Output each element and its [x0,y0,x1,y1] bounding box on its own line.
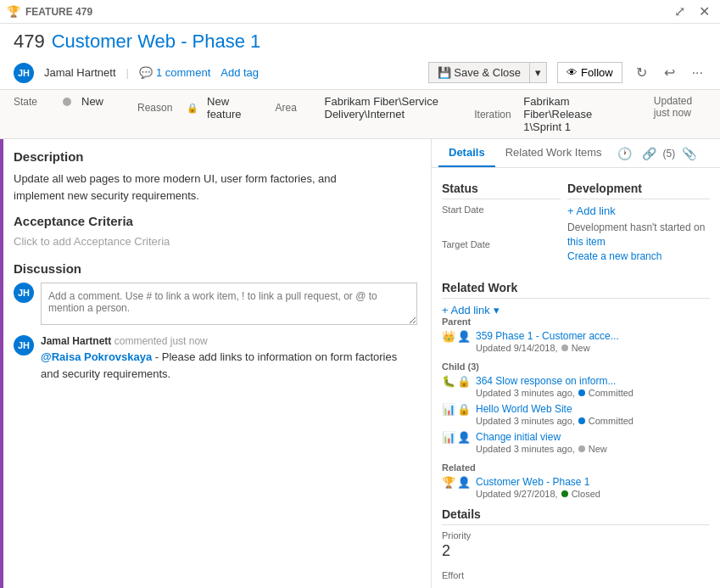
comment-input[interactable] [41,283,417,325]
save-close-button[interactable]: 💾 Save & Close ▾ [428,62,547,83]
child-360-icons: 📊 👤 [442,431,471,444]
comment-text: @Raisa Pokrovskaya - Please add links to… [41,349,417,382]
description-line2: implement new security requirements. [14,189,199,202]
person2-icon: 👤 [457,431,471,444]
reason-value[interactable]: New feature [207,95,241,120]
right-content: Status Start Date Target Date Developmen… [432,168,720,588]
comment-bubble-icon: 💬 [139,66,153,79]
child-item-366: 📊 🔒 Hello World Web Site Updated 3 minut… [442,403,710,426]
comment-link[interactable]: 💬 1 comment [139,66,210,79]
child-364-meta: Updated 3 minutes ago, Committed [476,388,710,398]
description-heading: Description [14,149,417,164]
close-button[interactable]: ✕ [695,2,713,21]
history-icon-btn[interactable]: 🕐 [612,140,637,167]
minimize-button[interactable]: ⤢ [671,2,689,21]
title-bar: 🏆 FEATURE 479 ⤢ ✕ [0,0,720,24]
state-dot [63,98,71,106]
related-add-link-button[interactable]: + Add link ▾ [442,304,500,316]
parent-item-title[interactable]: 359 Phase 1 - Customer acce... [476,330,710,342]
current-user-avatar: JH [14,283,34,303]
area-value[interactable]: Fabrikam Fiber\Service Delivery\Internet [325,95,441,120]
tabs-bar: Details Related Work Items 🕐 🔗 (5) 📎 [432,139,720,168]
mention[interactable]: @Raisa Pokrovskaya [41,350,152,363]
parent-item-meta: Updated 9/14/2018, New [476,343,710,353]
related-section: Related 🏆 👤 Customer Web - Phase 1 Updat… [442,462,710,499]
area-field: Area Fabrikam Fiber\Service Delivery\Int… [276,95,441,120]
development-heading: Development [567,182,710,199]
commenter-avatar: JH [14,335,34,356]
title-bar-right: ⤢ ✕ [671,2,713,21]
right-panel: Details Related Work Items 🕐 🔗 (5) 📎 Sta… [432,139,720,588]
target-date-value[interactable] [442,251,561,264]
acceptance-placeholder[interactable]: Click to add Acceptance Criteria [14,235,417,248]
dev-note-link[interactable]: this item [567,236,606,248]
discussion-heading: Discussion [14,261,417,276]
child-364-title[interactable]: 364 Slow response on inform... [476,375,710,387]
title-bar-text: FEATURE 479 [25,6,92,18]
links-count: (5) [661,144,678,163]
development-section: Development + Add link Development hasn'… [567,175,710,274]
child-366-meta: Updated 3 minutes ago, Committed [476,416,710,426]
comment-body: Jamal Hartnett commented just now @Raisa… [41,335,417,382]
more-options-button[interactable]: ··· [689,62,706,84]
save-close-label: 💾 Save & Close [429,63,529,82]
effort-field: Effort [442,570,710,588]
commenter-name: Jamal Hartnett [41,335,111,347]
crown-icon: 👑 [442,330,455,343]
attachments-icon-btn[interactable]: 📎 [677,140,701,167]
child-366-status-dot [578,417,585,424]
state-field: State New [14,95,103,108]
parent-item-icons: 👑 👤 [442,330,471,343]
work-item-header: 479 Customer Web - Phase 1 [0,24,720,56]
start-date-field: Start Date [442,204,561,229]
links-icon-btn[interactable]: 🔗 [637,140,661,167]
comment-meta: Jamal Hartnett commented just now [41,335,417,347]
chart-icon: 📊 [442,403,455,416]
chart2-icon: 📊 [442,431,455,444]
tab-details[interactable]: Details [438,139,495,167]
status-section: Status Start Date Target Date [442,175,561,274]
related-545-status-dot [561,490,568,497]
refresh-button[interactable]: ↻ [633,61,650,84]
lock2-icon: 🔒 [457,375,471,388]
description-text: Update all web pages to more modern UI, … [14,171,417,204]
acceptance-heading: Acceptance Criteria [14,214,417,228]
undo-button[interactable]: ↩ [661,61,678,84]
effort-value[interactable] [442,582,710,588]
comment-entry: JH Jamal Hartnett commented just now @Ra… [14,335,417,382]
eye-icon: 👁 [567,66,578,79]
tab-related-work-items[interactable]: Related Work Items [495,139,612,167]
child-360-status-dot [578,445,585,452]
lock3-icon: 🔒 [457,403,471,416]
avatar: JH [14,63,34,83]
fields-row: State New Reason 🔒 New feature Area Fabr… [0,90,720,139]
child-section: Child (3) 🐛 🔒 364 Slow response on infor… [442,361,710,454]
priority-value[interactable]: 2 [442,542,710,560]
work-item-title[interactable]: Customer Web - Phase 1 [52,31,261,53]
save-close-dropdown[interactable]: ▾ [529,63,546,82]
start-date-value[interactable] [442,216,561,229]
related-work-heading: Related Work [442,281,710,299]
state-value[interactable]: New [81,95,103,108]
priority-field: Priority 2 [442,530,710,560]
dev-add-link-button[interactable]: + Add link [567,204,616,217]
related-545-meta: Updated 9/27/2018, Closed [476,489,710,499]
title-bar-left: 🏆 FEATURE 479 [7,5,92,18]
comment-count: 1 comment [156,66,210,79]
parent-section: Parent 👑 👤 359 Phase 1 - Customer acce..… [442,316,710,353]
add-tag-button[interactable]: Add tag [220,66,259,79]
child-364-icons: 🐛 🔒 [442,375,471,388]
child-366-title[interactable]: Hello World Web Site [476,403,710,415]
child-366-icons: 📊 🔒 [442,403,471,416]
follow-button[interactable]: 👁 Follow [557,62,622,83]
child-360-meta: Updated 3 minutes ago, New [476,444,710,454]
related-545-title[interactable]: Customer Web - Phase 1 [476,476,710,488]
iteration-value[interactable]: Fabrikam Fiber\Release 1\Sprint 1 [523,95,620,133]
dev-note: Development hasn't started on this item … [567,221,710,263]
create-branch-link[interactable]: Create a new branch [567,250,661,262]
status-heading: Status [442,182,561,199]
child-360-title[interactable]: Change initial view [476,431,710,443]
assignee-name: Jamal Hartnett [44,66,116,79]
description-line1: Update all web pages to more modern UI, … [14,172,337,185]
person-icon: 👤 [457,330,471,343]
